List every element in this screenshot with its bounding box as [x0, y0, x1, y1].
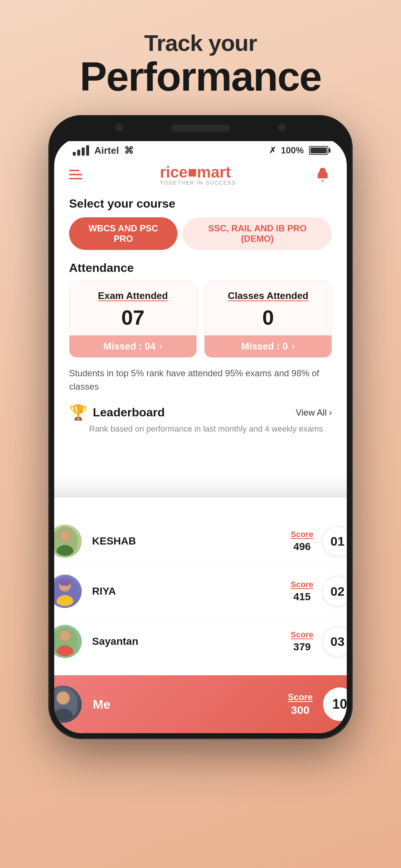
lb-score-block-keshab: Score 496	[291, 530, 313, 553]
lb-rank-keshab: 01	[322, 526, 347, 556]
classes-card-bottom[interactable]: Missed : 0 ›	[205, 335, 332, 357]
lb-score-label-keshab: Score	[291, 530, 313, 539]
course-tabs: WBCS AND PSC PRO SSC, RAIL AND IB PRO (D…	[69, 217, 332, 250]
classes-missed-label: Missed : 0	[241, 341, 288, 352]
wifi-icon: ⌘	[124, 145, 134, 156]
course-selector-title: Select your course	[69, 197, 332, 211]
hero-section: Track your Performance	[0, 0, 401, 112]
signal-bar-2	[77, 150, 80, 156]
classes-card-top: Classes Attended 0	[205, 282, 332, 335]
exam-card-value: 07	[77, 305, 189, 329]
my-score-block: Score 300	[288, 692, 313, 716]
menu-line-3	[69, 178, 82, 179]
battery-fill	[310, 147, 327, 153]
lb-score-value-riya: 415	[291, 591, 313, 603]
bell-icon[interactable]	[313, 165, 332, 184]
front-camera-right	[278, 123, 286, 131]
classes-attendance-card: Classes Attended 0 Missed : 0 ›	[204, 282, 332, 358]
classes-card-value: 0	[212, 305, 324, 329]
phone-screen: Airtel ⌘ ✗ 100%	[54, 137, 347, 733]
attendance-cards: Exam Attended 07 Missed : 04 › Classes A…	[69, 282, 332, 358]
avatar-me	[54, 686, 82, 723]
my-rank-bar: Me Score 300 10	[54, 675, 347, 733]
classes-card-arrow: ›	[292, 341, 295, 352]
status-left: Airtel ⌘	[73, 145, 134, 156]
exam-card-label: Exam Attended	[77, 290, 189, 302]
course-tab-wbcs[interactable]: WBCS AND PSC PRO	[69, 217, 177, 250]
lb-rank-sayantan: 03	[322, 626, 347, 657]
phone-notch	[48, 115, 353, 141]
my-rank: 10	[323, 687, 347, 721]
leaderboard-title: Leaderboard	[93, 406, 165, 419]
avatar-riya	[54, 575, 82, 608]
signal-bar-1	[73, 152, 76, 156]
status-right: ✗ 100%	[269, 145, 328, 156]
front-camera-left	[115, 123, 123, 131]
signal-bars	[73, 145, 89, 156]
my-name: Me	[93, 697, 288, 712]
classes-card-label: Classes Attended	[212, 290, 324, 302]
leaderboard-row-1[interactable]: KESHAB Score 496 01	[54, 516, 347, 566]
exam-attendance-card: Exam Attended 07 Missed : 04 ›	[69, 282, 197, 358]
svg-point-12	[60, 631, 70, 641]
course-tab-ssc[interactable]: SSC, RAIL AND IB PRO (DEMO)	[183, 217, 332, 250]
lb-name-sayantan: Sayantan	[92, 635, 291, 647]
my-score-label: Score	[288, 692, 313, 702]
menu-line-1	[69, 170, 79, 171]
view-all-button[interactable]: View All ›	[296, 407, 332, 418]
menu-line-2	[69, 174, 82, 175]
bluetooth-icon: ✗	[269, 146, 276, 155]
app-content: rice■mart TOGETHER IN SUCCESS Select you…	[54, 160, 347, 439]
lb-name-keshab: KESHAB	[92, 535, 291, 547]
lb-score-value-keshab: 496	[291, 541, 313, 553]
exam-card-top: Exam Attended 07	[69, 282, 196, 335]
lb-score-value-sayantan: 379	[291, 641, 313, 653]
avatar-keshab	[54, 524, 82, 558]
view-all-arrow: ›	[329, 407, 332, 418]
battery-indicator	[309, 146, 328, 155]
app-header: rice■mart TOGETHER IN SUCCESS	[69, 163, 332, 186]
exam-card-bottom[interactable]: Missed : 04 ›	[69, 335, 196, 357]
lb-score-label-sayantan: Score	[291, 630, 313, 640]
attendance-title: Attendance	[69, 261, 332, 275]
logo-text: rice■mart	[160, 163, 236, 181]
svg-rect-8	[60, 580, 70, 586]
leaderboard-row-3[interactable]: Sayantan Score 379 03	[54, 617, 347, 666]
speaker-grille	[171, 124, 230, 132]
leaderboard-header: 🏆 Leaderboard View All ›	[69, 404, 332, 421]
lb-score-block-sayantan: Score 379	[291, 630, 313, 653]
leaderboard-row-2[interactable]: RIYA Score 415 02	[54, 566, 347, 617]
lb-score-label-riya: Score	[291, 580, 313, 589]
exam-missed-label: Missed : 04	[104, 341, 156, 352]
battery-icon	[309, 146, 328, 155]
exam-card-arrow: ›	[159, 341, 163, 352]
logo-text-black: rice	[160, 163, 188, 181]
leaderboard-emoji: 🏆	[69, 404, 88, 421]
leaderboard-description: Rank based on performance in last monthl…	[89, 423, 332, 435]
menu-icon[interactable]	[69, 170, 82, 179]
logo: rice■mart TOGETHER IN SUCCESS	[160, 163, 236, 186]
svg-point-16	[58, 692, 69, 704]
logo-text-red: ■mart	[188, 163, 231, 181]
leaderboard-left: 🏆 Leaderboard	[69, 404, 165, 421]
battery-percent: 100%	[281, 145, 304, 156]
lb-name-riya: RIYA	[92, 585, 291, 597]
signal-bar-3	[82, 147, 85, 156]
phone-frame: Airtel ⌘ ✗ 100%	[48, 115, 353, 739]
my-score-value: 300	[288, 704, 313, 716]
carrier-name: Airtel	[94, 145, 119, 156]
lb-score-block-riya: Score 415	[291, 580, 313, 603]
avatar-sayantan	[54, 625, 82, 658]
hero-subtitle: Track your	[0, 30, 401, 56]
signal-bar-4	[86, 145, 89, 156]
svg-point-3	[60, 530, 70, 540]
hero-title: Performance	[0, 56, 401, 97]
lb-rank-riya: 02	[322, 576, 347, 607]
attendance-info-text: Students in top 5% rank have attended 95…	[69, 367, 332, 393]
logo-tagline: TOGETHER IN SUCCESS	[160, 180, 236, 186]
